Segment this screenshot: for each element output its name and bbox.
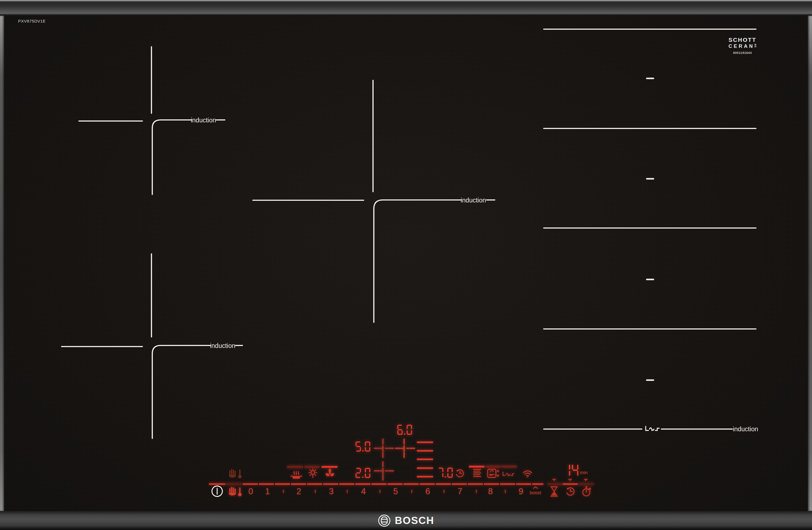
bosch-armature-icon <box>378 514 391 527</box>
boost-button[interactable]: boost <box>530 490 541 496</box>
power-level-1[interactable]: 1 <box>265 487 270 497</box>
display-left-lower-level <box>356 468 372 478</box>
power-level-slider[interactable] <box>207 481 548 498</box>
power-level-3[interactable]: 3 <box>329 487 333 497</box>
stopwatch-button[interactable] <box>581 486 592 497</box>
power-level-4[interactable]: 4 <box>361 487 366 497</box>
zone-timer-icon[interactable] <box>455 468 465 478</box>
function-segment-bars-right <box>469 465 517 468</box>
display-left-upper-level <box>356 441 372 452</box>
clock-timer-button[interactable] <box>565 486 576 497</box>
keep-warm-icon[interactable] <box>290 468 302 480</box>
power-level-6[interactable]: 6 <box>425 487 430 497</box>
power-button[interactable] <box>211 485 223 498</box>
zone-crosshair-left-lower <box>374 462 393 480</box>
bosch-logo: BOSCH <box>378 514 434 527</box>
boost-chevron-icon <box>533 486 538 489</box>
flex-zone-icon[interactable] <box>502 471 514 477</box>
power-level-0[interactable]: 0 <box>248 487 253 497</box>
bosch-wordmark: BOSCH <box>395 515 434 527</box>
hourglass-timer-button[interactable] <box>550 486 559 497</box>
bottom-bezel-trim: BOSCH <box>0 511 812 530</box>
timer-unit-label: min <box>580 470 588 475</box>
zone-crosshair-left-upper <box>374 439 393 457</box>
display-rear-center-level <box>397 425 414 435</box>
pan-transfer-icon[interactable] <box>487 468 499 478</box>
zone-crosshair-rear-center <box>395 439 415 457</box>
wifi-icon[interactable] <box>522 469 533 478</box>
control-panel-linework <box>0 0 812 530</box>
display-timer-value <box>564 464 580 476</box>
cooktop-surface: PXV875DV1E SCHOTT CERAN® 9001191644 <box>0 0 812 530</box>
residual-heat-indicator-icon <box>228 468 243 480</box>
timer-select-triangles <box>552 479 588 481</box>
power-level-9[interactable]: 9 <box>519 487 523 497</box>
flex-level-bars <box>417 441 433 477</box>
power-level-8[interactable]: 8 <box>488 487 493 497</box>
levels-menu-icon[interactable] <box>473 469 481 477</box>
display-right-level <box>438 468 454 478</box>
child-lock-button[interactable] <box>228 485 243 498</box>
function-segment-bars-left <box>287 466 337 468</box>
fan-icon[interactable] <box>324 468 335 479</box>
power-level-2[interactable]: 2 <box>296 487 301 497</box>
power-level-5[interactable]: 5 <box>393 487 398 497</box>
power-level-7[interactable]: 7 <box>458 487 462 497</box>
light-icon[interactable] <box>307 468 318 479</box>
